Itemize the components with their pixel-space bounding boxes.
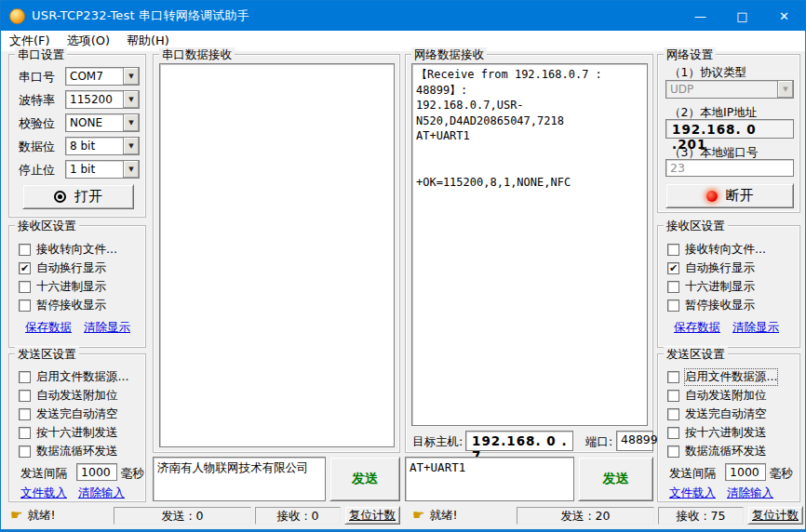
send-interval-input[interactable]: 1000 bbox=[725, 463, 766, 481]
checkbox-auto-append[interactable]: 自动发送附加位 bbox=[19, 388, 118, 403]
group-title: 接收区设置 bbox=[664, 219, 728, 233]
checkbox-box[interactable] bbox=[19, 446, 31, 458]
checkbox-box[interactable] bbox=[19, 427, 31, 439]
checkbox-file-source[interactable]: 启用文件数据源... bbox=[667, 369, 777, 384]
checkbox-box[interactable] bbox=[19, 408, 31, 420]
chevron-down-icon[interactable]: ▼ bbox=[123, 114, 139, 131]
send-interval-input[interactable]: 1000 bbox=[76, 463, 117, 481]
checkbox-label: 数据流循环发送 bbox=[685, 444, 767, 459]
serial-port-select[interactable]: COM7 ▼ bbox=[65, 67, 140, 86]
checkbox-box[interactable] bbox=[19, 244, 31, 256]
checkbox-send-hex[interactable]: 按十六进制发送 bbox=[667, 425, 767, 440]
serial-send-button[interactable]: 发送 bbox=[329, 457, 400, 501]
load-file-link[interactable]: 文件载入 bbox=[20, 485, 67, 501]
checkbox-box[interactable] bbox=[19, 281, 31, 293]
parity-select[interactable]: NONE ▼ bbox=[65, 113, 140, 132]
local-ip-input[interactable]: 192.168. 0 .201 bbox=[665, 119, 794, 139]
open-serial-button[interactable]: 打开 bbox=[22, 184, 134, 209]
target-port-input[interactable]: 48899 bbox=[616, 431, 653, 451]
data-bits-label: 数据位 bbox=[19, 139, 55, 155]
open-button-label: 打开 bbox=[74, 188, 102, 206]
checkbox-box[interactable] bbox=[667, 390, 679, 402]
combo-value: UDP bbox=[666, 81, 777, 98]
serial-send-textarea[interactable]: 济南有人物联网技术有限公司 bbox=[153, 457, 326, 501]
checkbox-hex-display[interactable]: 十六进制显示 bbox=[667, 279, 755, 294]
ready-status: 就绪! bbox=[27, 508, 55, 524]
clear-input-link[interactable]: 清除输入 bbox=[727, 485, 773, 501]
checkbox-recv-to-file[interactable]: 接收转向文件... bbox=[19, 242, 117, 257]
sent-count-panel: 发送 : 0 bbox=[114, 507, 251, 525]
disconnect-button[interactable]: 断开 bbox=[665, 183, 794, 208]
combo-value: COM7 bbox=[66, 68, 123, 85]
checkbox-pause-recv[interactable]: 暂停接收显示 bbox=[19, 298, 106, 313]
checkbox-pause-recv[interactable]: 暂停接收显示 bbox=[667, 298, 755, 313]
checkbox-label: 自动发送附加位 bbox=[36, 388, 118, 404]
checkbox-box[interactable] bbox=[667, 446, 679, 458]
checkbox-label: 接收转向文件... bbox=[36, 242, 117, 258]
maximize-button[interactable]: □ bbox=[721, 1, 763, 31]
checkbox-box[interactable] bbox=[667, 408, 679, 420]
checkbox-box[interactable] bbox=[667, 427, 679, 439]
reset-count-button[interactable]: 复位计数 bbox=[747, 506, 803, 525]
network-recv-textarea[interactable]: 【Receive from 192.168.0.7 : 48899】: 192.… bbox=[411, 63, 648, 426]
serial-status-bar: ☛ 就绪! 发送 : 0 接收 : 0 复位计数 bbox=[3, 503, 402, 527]
checkbox-label: 十六进制显示 bbox=[685, 279, 755, 295]
serial-send-settings-group: 发送区设置 启用文件数据源... 自动发送附加位 发送完自动清空 按十六进制发送… bbox=[8, 353, 146, 502]
checkbox-box[interactable]: ✔ bbox=[667, 262, 679, 274]
checkbox-label: 自动换行显示 bbox=[36, 260, 106, 276]
reset-count-button[interactable]: 复位计数 bbox=[344, 506, 400, 525]
serial-recv-group: 串口数据接收 bbox=[153, 54, 400, 453]
combo-value: 115200 bbox=[66, 91, 123, 108]
save-data-link[interactable]: 保存数据 bbox=[674, 320, 720, 336]
checkbox-label: 发送完自动清空 bbox=[685, 406, 767, 422]
checkbox-recv-to-file[interactable]: 接收转向文件... bbox=[667, 242, 766, 257]
target-port-label: 端口: bbox=[585, 434, 612, 450]
baud-rate-select[interactable]: 115200 ▼ bbox=[65, 90, 140, 109]
chevron-down-icon[interactable]: ▼ bbox=[123, 161, 139, 178]
checkbox-box[interactable]: ✔ bbox=[19, 262, 31, 274]
checkbox-auto-append[interactable]: 自动发送附加位 bbox=[667, 388, 767, 403]
clear-input-link[interactable]: 清除输入 bbox=[78, 485, 125, 501]
chevron-down-icon[interactable]: ▼ bbox=[123, 138, 139, 154]
checkbox-clear-after-send[interactable]: 发送完自动清空 bbox=[667, 406, 767, 421]
checkbox-file-source[interactable]: 启用文件数据源... bbox=[19, 369, 128, 384]
checkbox-loop-send[interactable]: 数据流循环发送 bbox=[667, 444, 767, 459]
checkbox-loop-send[interactable]: 数据流循环发送 bbox=[19, 444, 118, 459]
checkbox-box[interactable] bbox=[19, 371, 31, 383]
target-host-label: 目标主机: bbox=[412, 434, 463, 450]
local-port-input[interactable]: 23 bbox=[665, 159, 794, 177]
data-bits-select[interactable]: 8 bit ▼ bbox=[65, 137, 140, 155]
window-controls: — □ ✕ bbox=[679, 1, 805, 31]
close-button[interactable]: ✕ bbox=[763, 1, 805, 31]
checkbox-box[interactable] bbox=[667, 299, 679, 312]
menu-options[interactable]: 选项(O) bbox=[59, 31, 118, 51]
save-data-link[interactable]: 保存数据 bbox=[25, 320, 72, 336]
serial-recv-textarea[interactable] bbox=[159, 63, 395, 447]
group-title: 串口数据接收 bbox=[159, 47, 235, 61]
checkbox-box[interactable] bbox=[19, 390, 31, 402]
checkbox-box[interactable] bbox=[667, 281, 679, 293]
checkbox-box[interactable] bbox=[667, 371, 679, 383]
checkbox-label: 十六进制显示 bbox=[36, 279, 106, 295]
chevron-down-icon[interactable]: ▼ bbox=[123, 68, 139, 85]
clear-display-link[interactable]: 清除显示 bbox=[84, 320, 130, 336]
checkbox-auto-newline[interactable]: ✔ 自动换行显示 bbox=[667, 260, 755, 275]
load-file-link[interactable]: 文件载入 bbox=[669, 485, 716, 501]
checkbox-clear-after-send[interactable]: 发送完自动清空 bbox=[19, 406, 118, 421]
send-interval-label: 发送间隔 bbox=[669, 466, 716, 482]
network-send-textarea[interactable]: AT+UART1 bbox=[405, 457, 574, 501]
checkbox-box[interactable] bbox=[667, 244, 679, 256]
chevron-down-icon[interactable]: ▼ bbox=[123, 91, 139, 108]
stop-bits-select[interactable]: 1 bit ▼ bbox=[65, 160, 140, 179]
target-host-input[interactable]: 192.168. 0 . 7 bbox=[465, 431, 573, 451]
checkbox-hex-display[interactable]: 十六进制显示 bbox=[19, 279, 106, 294]
closed-indicator-icon bbox=[54, 191, 66, 203]
checkbox-send-hex[interactable]: 按十六进制发送 bbox=[19, 425, 118, 440]
minimize-button[interactable]: — bbox=[679, 1, 721, 31]
checkbox-label: 发送完自动清空 bbox=[36, 406, 118, 422]
clear-display-link[interactable]: 清除显示 bbox=[732, 320, 779, 336]
network-send-settings-group: 发送区设置 启用文件数据源... 自动发送附加位 发送完自动清空 按十六进制发送… bbox=[657, 353, 800, 502]
checkbox-box[interactable] bbox=[19, 299, 31, 312]
checkbox-auto-newline[interactable]: ✔ 自动换行显示 bbox=[19, 260, 106, 275]
network-send-button[interactable]: 发送 bbox=[578, 457, 653, 501]
